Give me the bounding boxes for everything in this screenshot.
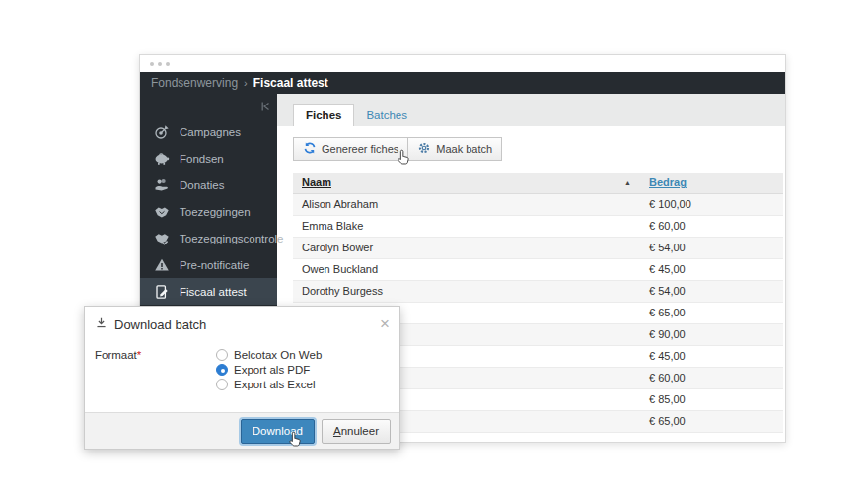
sidebar-item-label: Fondsen: [180, 153, 224, 165]
table-row[interactable]: Alison Abraham€ 100,00: [293, 193, 783, 215]
page-title: Fiscaal attest: [253, 76, 328, 90]
download-button[interactable]: Download: [241, 419, 315, 444]
radio-label: Export als PDF: [234, 364, 310, 376]
window-control-dot: [150, 62, 154, 66]
breadcrumb-parent[interactable]: Fondsenwerving: [151, 76, 238, 90]
button-label: Maak batch: [436, 143, 492, 155]
cell-naam: Emma Blake: [293, 215, 640, 237]
table-header-row: Naam ▲ Bedrag: [293, 173, 783, 193]
cell-naam: Alison Abraham: [293, 193, 640, 215]
table-row[interactable]: Dorothy Burgess€ 54,00: [293, 280, 783, 302]
cell-naam: Owen Buckland: [293, 258, 640, 280]
radio-unchecked-icon[interactable]: [216, 379, 228, 390]
cell-bedrag: € 65,00: [640, 302, 783, 323]
sidebar-item-label: Campagnes: [180, 126, 241, 138]
piggy-bank-icon: [153, 151, 170, 167]
sidebar-item-donaties[interactable]: Donaties: [140, 172, 277, 198]
annuleer-button[interactable]: Annuleer: [322, 419, 391, 444]
breadcrumb-separator: ›: [244, 77, 248, 89]
cell-bedrag: € 54,00: [640, 237, 783, 258]
sidebar-item-toezeggingscontrole[interactable]: Toezeggingscontrole: [140, 225, 277, 251]
cell-bedrag: € 60,00: [640, 215, 783, 237]
cell-bedrag: € 60,00: [640, 367, 783, 388]
tab-strip: Fiches Batches: [277, 94, 785, 126]
sidebar-item-label: Toezeggingscontrole: [180, 233, 284, 244]
tab-label: Batches: [366, 109, 407, 121]
radio-label: Belcotax On Web: [234, 349, 322, 361]
sidebar-item-label: Fiscaal attest: [180, 286, 247, 298]
radio-belcotax-on-web[interactable]: Belcotax On Web: [216, 349, 322, 361]
cell-bedrag: € 45,00: [640, 345, 783, 367]
radio-export-als-pdf[interactable]: Export als PDF: [216, 364, 322, 376]
download-icon: [95, 315, 108, 333]
close-icon[interactable]: ×: [380, 318, 390, 330]
cell-bedrag: € 54,00: [640, 280, 783, 302]
table-row[interactable]: Carolyn Bower€ 54,00: [293, 237, 783, 258]
dialog-footer: Download Annuleer: [85, 412, 399, 449]
dialog-body: Formaat* Belcotax On Web Export als PDF …: [85, 333, 399, 390]
cell-naam: Dorothy Burgess: [293, 280, 640, 302]
sidebar-item-pre-notificatie[interactable]: Pre-notificatie: [140, 251, 277, 278]
tab-fiches[interactable]: Fiches: [293, 104, 354, 126]
warning-icon: [153, 257, 170, 273]
sidebar-item-label: Donaties: [180, 179, 224, 191]
sort-ascending-icon: ▲: [624, 179, 631, 186]
dialog-title: Download batch: [114, 317, 206, 332]
download-batch-dialog: Download batch × Formaat* Belcotax On We…: [84, 306, 400, 450]
sidebar-collapse-icon[interactable]: [259, 101, 271, 112]
sidebar-item-label: Pre-notificatie: [180, 259, 249, 271]
cell-naam: Carolyn Bower: [293, 237, 640, 258]
dialog-header: Download batch ×: [85, 307, 399, 333]
table-row[interactable]: Emma Blake€ 60,00: [293, 215, 783, 237]
column-header-bedrag[interactable]: Bedrag: [640, 173, 783, 193]
sidebar-item-toezeggingen[interactable]: Toezeggingen: [140, 198, 277, 225]
donation-hand-icon: [153, 177, 170, 193]
cell-bedrag: € 65,00: [640, 410, 783, 432]
required-marker: *: [137, 349, 141, 361]
field-label-text: Formaat: [95, 349, 137, 361]
tab-label: Fiches: [306, 109, 341, 121]
refresh-icon: [303, 141, 317, 157]
window-control-dot: [166, 62, 170, 66]
tab-batches[interactable]: Batches: [354, 104, 419, 126]
handshake-icon: [153, 204, 170, 220]
column-header-naam[interactable]: Naam ▲: [293, 173, 640, 193]
cell-bedrag: € 90,00: [640, 323, 783, 345]
button-label: Genereer fiches: [322, 143, 398, 155]
sidebar-item-campagnes[interactable]: Campagnes: [140, 118, 277, 145]
handshake-check-icon: [153, 231, 170, 246]
radio-unchecked-icon[interactable]: [216, 349, 228, 361]
cell-bedrag: € 100,00: [640, 193, 783, 215]
radio-label: Export als Excel: [234, 379, 315, 390]
formaat-radio-group: Belcotax On Web Export als PDF Export al…: [216, 349, 322, 390]
column-label[interactable]: Naam: [302, 176, 331, 188]
breadcrumb: Fondsenwerving › Fiscaal attest: [140, 72, 785, 94]
maak-batch-button[interactable]: Maak batch: [407, 137, 502, 161]
formaat-field-label: Formaat*: [95, 349, 216, 390]
genereer-fiches-button[interactable]: Genereer fiches: [293, 137, 408, 161]
target-icon: [153, 124, 170, 140]
document-pencil-icon: [153, 284, 170, 300]
radio-checked-icon[interactable]: [216, 364, 228, 376]
window-control-dot: [158, 62, 162, 66]
toolbar: Genereer fiches Maak batch: [293, 137, 785, 161]
radio-export-als-excel[interactable]: Export als Excel: [216, 379, 322, 390]
gear-icon: [417, 141, 431, 157]
table-row[interactable]: Owen Buckland€ 45,00: [293, 258, 783, 280]
cell-bedrag: € 85,00: [640, 388, 783, 410]
column-label[interactable]: Bedrag: [649, 176, 687, 188]
sidebar-item-fondsen[interactable]: Fondsen: [140, 145, 277, 172]
sidebar-item-label: Toezeggingen: [180, 206, 251, 218]
sidebar-item-fiscaal-attest[interactable]: Fiscaal attest: [140, 278, 277, 305]
window-titlebar: [140, 55, 785, 72]
cell-bedrag: € 45,00: [640, 258, 783, 280]
